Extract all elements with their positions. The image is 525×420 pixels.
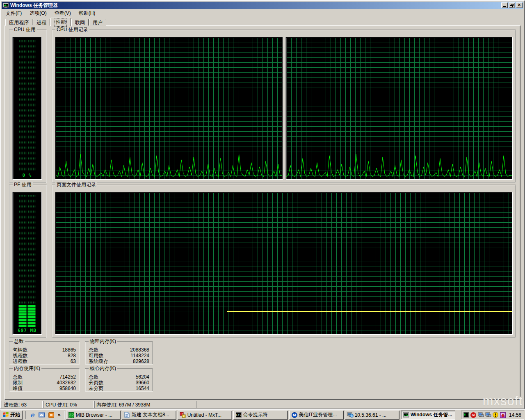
svg-text:F: F (183, 415, 185, 418)
pf-usage-value: 697 MB (13, 328, 41, 333)
cpu2-history-graph (285, 37, 513, 180)
window-title: Windows 任务管理器 (10, 2, 501, 9)
stat-row: 分页数39660 (86, 380, 152, 386)
minimize-icon (503, 6, 506, 7)
taskbar-button-mib-browser[interactable]: MIB Browser - ... (66, 411, 121, 420)
totals-title: 总数 (13, 339, 25, 344)
cpu-usage-groupbox: CPU 使用 0 % (9, 30, 47, 183)
cpu-history-groupbox-title: CPU 使用记录 (55, 27, 89, 32)
network-computer-tray-icon-2[interactable] (485, 412, 491, 418)
tab-networking[interactable]: 联网 (71, 19, 89, 26)
menu-bar: 文件(F) 选项(O) 查看(V) 帮助(H) (2, 9, 523, 17)
quick-launch: e » (27, 411, 63, 418)
network-computer-tray-icon-1[interactable] (478, 412, 484, 418)
stat-row: 进程数63 (10, 358, 79, 364)
start-button[interactable]: 开始 (1, 411, 23, 420)
physical-memory-title: 物理内存(K) (89, 339, 117, 344)
clock[interactable]: 14:56 (509, 412, 521, 418)
pf-usage-groupbox: PF 使用 697 MB (9, 185, 47, 338)
close-icon: × (518, 2, 520, 7)
taskbar-button-remote-desktop[interactable]: 10.5.36.61 - ... (345, 411, 399, 420)
taskbar-separator (64, 411, 65, 419)
taskbar-separator (25, 411, 26, 419)
close-button[interactable]: × (516, 2, 523, 8)
remote-desktop-icon (347, 412, 354, 418)
cpu-usage-value: 0 % (13, 173, 41, 178)
status-cpu-usage: CPU 使用: 0% (43, 401, 94, 408)
stat-row: 句柄数18865 (10, 347, 79, 353)
red-badge-tray-icon[interactable]: M (470, 412, 477, 418)
task-manager-icon (403, 412, 409, 418)
mxsoft-watermark: mxsoft (483, 394, 523, 409)
stat-row: 系统缓存829628 (86, 358, 152, 364)
cpu-history-groupbox: CPU 使用记录 (52, 30, 516, 183)
task-buttons: MIB Browser - ... 新建 文本文档8... (66, 411, 460, 420)
mx-it-icon: M (291, 412, 298, 418)
notepad-icon (124, 412, 130, 418)
task-manager-window: Windows 任务管理器 × 文件(F) 选项(O) 查看(V) 帮助(H) (0, 0, 525, 409)
system-tray: M (461, 411, 524, 420)
restore-button[interactable] (509, 2, 515, 8)
mxt-blocks-icon: H F (180, 412, 186, 418)
stat-row: 可用数1148224 (86, 353, 152, 358)
mib-browser-icon (68, 412, 75, 418)
mail-icon[interactable] (38, 411, 45, 418)
titlebar[interactable]: Windows 任务管理器 × (2, 2, 523, 9)
command-prompt-icon: C:\ (235, 412, 242, 418)
commit-charge-groupbox: 内存使用(K) 总数714252 限制4032632 峰值958640 (9, 368, 80, 392)
stat-row: 限制4032632 (10, 380, 79, 386)
taskbar-button-command-prompt[interactable]: C:\ 命令提示符 (233, 411, 288, 420)
cpu1-history-graph (55, 37, 283, 180)
taskbar-button-notepad[interactable]: 新建 文本文档8... (122, 411, 176, 420)
menu-file[interactable]: 文件(F) (3, 9, 25, 18)
status-empty-panel (196, 401, 523, 408)
status-bar: 进程数: 63 CPU 使用: 0% 内存使用: 697M / 3938M (2, 401, 523, 408)
taskbar-button-task-manager[interactable]: Windows 任务管... (401, 411, 455, 420)
security-shield-tray-icon[interactable] (493, 412, 499, 418)
minimize-button[interactable] (501, 2, 508, 8)
cpu-gauge-led-track (19, 40, 36, 172)
performance-tab-page: CPU 使用 0 % CPU 使用记录 (5, 25, 520, 400)
cpu-usage-gauge: 0 % (12, 37, 42, 180)
kernel-memory-groupbox: 核心内存(K) 总数56204 分页数39660 未分页16544 (85, 368, 153, 392)
tab-processes[interactable]: 进程 (33, 19, 50, 26)
quick-launch-overflow-chevron[interactable]: » (57, 412, 62, 418)
stat-row: 未分页16544 (86, 386, 152, 391)
pagefile-history-graph (55, 192, 513, 335)
show-desktop-icon[interactable] (48, 411, 55, 418)
screen: Windows 任务管理器 × 文件(F) 选项(O) 查看(V) 帮助(H) (0, 0, 525, 420)
menu-view[interactable]: 查看(V) (52, 9, 74, 18)
pf-usage-gauge: 697 MB (12, 192, 42, 335)
taskbar-button-mx-it[interactable]: M 美信IT业务管理... (289, 411, 344, 420)
status-memory-usage: 内存使用: 697M / 3938M (94, 401, 195, 408)
tab-applications[interactable]: 应用程序 (5, 19, 32, 26)
tab-strip: 应用程序 进程 性能 联网 用户 (5, 18, 107, 26)
menu-help[interactable]: 帮助(H) (76, 9, 98, 18)
pf-usage-groupbox-title: PF 使用 (13, 182, 33, 187)
taskbar-button-mxt[interactable]: H F Untitled - MxT... (178, 411, 232, 420)
restore-icon (510, 4, 514, 7)
windows-logo-icon (2, 411, 9, 419)
pf-gauge-led-track (19, 195, 36, 327)
task-manager-app-icon (2, 2, 9, 9)
tab-users[interactable]: 用户 (89, 19, 106, 26)
taskbar: 开始 e » MIB Browser - ... (0, 409, 525, 420)
status-processes: 进程数: 63 (2, 401, 43, 408)
physical-memory-groupbox: 物理内存(K) 总数2088368 可用数1148224 系统缓存829628 (85, 341, 153, 365)
kernel-memory-title: 核心内存(K) (89, 366, 117, 371)
internet-explorer-icon[interactable]: e (29, 411, 36, 418)
start-button-label: 开始 (10, 411, 20, 418)
tab-performance[interactable]: 性能 (50, 18, 71, 26)
cpu-usage-groupbox-title: CPU 使用 (13, 27, 37, 32)
pagefile-history-groupbox-title: 页面文件使用记录 (55, 182, 97, 187)
totals-groupbox: 总数 句柄数18865 线程数828 进程数63 (9, 341, 80, 365)
commit-charge-title: 内存使用(K) (13, 366, 41, 371)
stat-row: 总数56204 (86, 374, 152, 380)
stat-row: 总数2088368 (86, 347, 152, 353)
cpu-meter-tray-icon[interactable] (463, 412, 469, 418)
stat-row: 总数714252 (10, 374, 79, 380)
stat-row: 峰值958640 (10, 386, 79, 391)
stat-row: 线程数828 (10, 353, 79, 358)
windows-update-tray-icon[interactable] (500, 412, 506, 418)
menu-options[interactable]: 选项(O) (27, 9, 49, 18)
